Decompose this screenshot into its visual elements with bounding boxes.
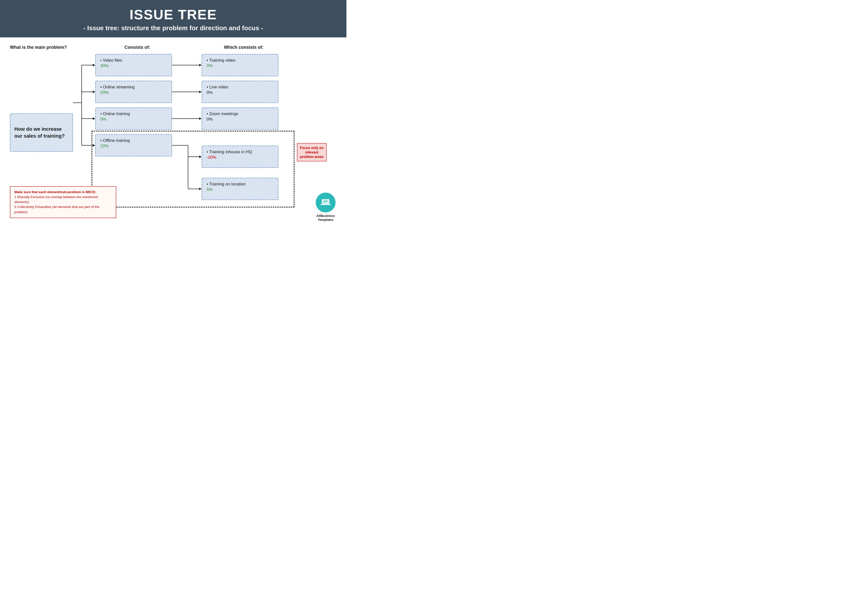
logo-text: AllBusinessTemplates [316, 214, 336, 222]
mece-line1: 1 Mutually Exclusive (no overlap between… [14, 194, 112, 205]
l3-label-2: Zoom meetings [207, 111, 273, 117]
l2-pct-2: 0% [100, 117, 167, 122]
logo-area: AllBusinessTemplates [316, 193, 336, 222]
focus-note-text: Focus only on relevant problem areas [300, 146, 324, 159]
l2-label-1: Online streaming [100, 85, 167, 90]
svg-marker-13 [199, 91, 202, 93]
laptop-icon [320, 198, 331, 207]
l2-box-0: Video files 40% [95, 54, 172, 76]
mece-line2: 2 Collectively Exhaustive (all elements … [14, 205, 112, 215]
l3-box-1: Live video 0% [202, 81, 278, 103]
svg-rect-24 [321, 204, 330, 205]
mece-box: Make sure that each element/sub-problem … [10, 186, 116, 218]
svg-marker-5 [93, 91, 95, 93]
l3-box-3: Training inhouse in HQ -20% [202, 146, 278, 168]
l2-label-2: Online training [100, 111, 167, 117]
l3-label-0: Training video [207, 58, 273, 63]
col-header-3: Which consists of: [205, 45, 282, 50]
l2-pct-1: 20% [100, 90, 167, 95]
svg-marker-15 [199, 117, 202, 120]
main-problem-box: How do we increase our sales of training… [10, 113, 73, 152]
logo-circle [316, 193, 336, 213]
header-title: ISSUE TREE [10, 7, 336, 22]
svg-marker-7 [93, 117, 95, 120]
l2-box-3: Offline training 10% [95, 134, 172, 157]
l3-pct-1: 0% [207, 90, 273, 95]
mece-title: Make sure that each element/sub-problem … [14, 190, 112, 194]
col-header-1: What is the main problem? [10, 45, 79, 50]
l3-pct-3: -20% [207, 155, 273, 160]
svg-marker-3 [93, 64, 95, 66]
header: ISSUE TREE - Issue tree: structure the p… [0, 0, 346, 37]
l3-pct-0: 0% [207, 64, 273, 68]
l2-box-2: Online training 0% [95, 107, 172, 130]
l2-box-1: Online streaming 20% [95, 81, 172, 103]
l2-pct-0: 40% [100, 64, 167, 68]
focus-note-box: Focus only on relevant problem areas [297, 143, 327, 162]
l2-label-0: Video files [100, 58, 167, 63]
svg-marker-11 [199, 64, 202, 66]
svg-marker-9 [93, 144, 95, 146]
svg-marker-19 [199, 155, 202, 158]
main-problem-text: How do we increase our sales of training… [14, 126, 65, 139]
l3-label-3: Training inhouse in HQ [207, 149, 273, 154]
l3-pct-4: 5% [207, 187, 273, 192]
l3-box-2: Zoom meetings 0% [202, 107, 278, 130]
l3-label-1: Live video [207, 85, 273, 90]
l3-pct-2: 0% [207, 117, 273, 122]
l2-label-3: Offline training [100, 138, 167, 143]
svg-marker-21 [199, 188, 202, 190]
l3-label-4: Training on location [207, 182, 273, 187]
col-header-2: Consists of: [99, 45, 176, 50]
l2-pct-3: 10% [100, 144, 167, 149]
l3-box-0: Training video 0% [202, 54, 278, 76]
header-subtitle: - Issue tree: structure the problem for … [10, 24, 336, 32]
l3-box-4: Training on location 5% [202, 178, 278, 200]
